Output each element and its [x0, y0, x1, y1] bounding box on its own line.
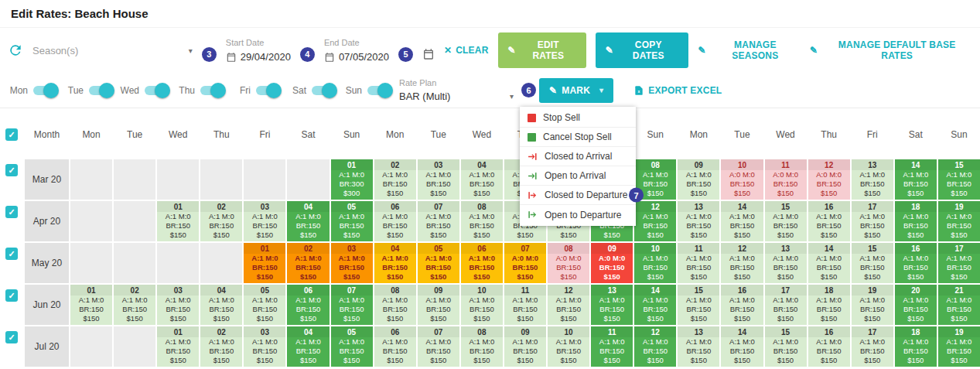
day-toggle-tue[interactable]: Tue — [63, 83, 114, 98]
rate-cell-jul-20-11[interactable]: 11A:1 M:0BR:150$150 — [591, 326, 633, 367]
day-toggle-wed[interactable]: Wed — [119, 83, 170, 98]
rate-cell-jul-20-06[interactable]: 06A:1 M:0BR:150$150 — [374, 326, 416, 367]
rate-cell-jun-20-04[interactable]: 04A:1 M:0BR:150$150 — [200, 285, 242, 325]
rate-cell-apr-20-07[interactable]: 07A:1 M:0BR:150$150 — [418, 201, 459, 241]
row-checkbox[interactable]: ✓ — [5, 289, 18, 302]
menu-item-open-to-departure[interactable]: Open to Departure — [520, 205, 636, 224]
rate-cell-apr-20-04[interactable]: 04A:1 M:0BR:150$150 — [287, 201, 329, 241]
select-all-checkbox[interactable]: ✓ — [5, 128, 18, 141]
rate-cell-jun-20-09[interactable]: 09A:1 M:0BR:150$150 — [418, 285, 459, 325]
seasons-select[interactable]: Season(s) ▾ — [32, 45, 193, 56]
rate-cell-may-20-07[interactable]: 07A:0 M:0BR:150$150 — [504, 243, 546, 283]
rate-cell-jun-20-05[interactable]: 05A:1 M:0BR:150$150 — [244, 285, 285, 325]
toggle-switch-icon[interactable] — [87, 83, 114, 98]
rate-cell-jul-20-15[interactable]: 15A:1 M:0BR:150$150 — [765, 326, 807, 367]
clear-button[interactable]: ✕ CLEAR — [444, 45, 489, 56]
rate-cell-jul-20-16[interactable]: 16A:1 M:0BR:150$150 — [808, 326, 850, 367]
rate-cell-may-20-02[interactable]: 02A:1 M:0BR:150$150 — [287, 243, 329, 283]
rate-cell-apr-20-19[interactable]: 19A:1 M:0BR:150$150 — [938, 201, 980, 241]
rate-cell-may-20-16[interactable]: 16A:1 M:0BR:150$150 — [895, 243, 937, 283]
rate-cell-apr-20-14[interactable]: 14A:1 M:0BR:150$150 — [721, 201, 763, 241]
rate-cell-mar-20-01[interactable]: 01A:1 M:0BR:300$300 — [331, 159, 373, 200]
rate-cell-jun-20-13[interactable]: 13A:1 M:0BR:150$150 — [591, 285, 633, 325]
rate-cell-jun-20-15[interactable]: 15A:1 M:0BR:150$150 — [678, 285, 719, 325]
rate-cell-jun-20-18[interactable]: 18A:1 M:0BR:150$150 — [808, 285, 850, 325]
rate-cell-may-20-11[interactable]: 11A:1 M:0BR:150$150 — [678, 243, 719, 283]
start-date-field[interactable]: Start Date 29/04/2020 — [226, 38, 291, 63]
rate-cell-apr-20-15[interactable]: 15A:1 M:0BR:150$150 — [765, 201, 807, 241]
menu-item-stop-sell[interactable]: Stop Sell — [520, 108, 636, 128]
rate-cell-jul-20-18[interactable]: 18A:1 M:0BR:150$150 — [895, 326, 937, 367]
rate-cell-may-20-15[interactable]: 15A:1 M:0BR:150$150 — [852, 243, 893, 283]
manage-seasons-button[interactable]: ✎ MANAGE SEASONS — [698, 39, 801, 61]
rate-cell-jun-20-01[interactable]: 01A:1 M:0BR:150$150 — [70, 285, 112, 325]
rate-cell-may-20-09[interactable]: 09A:0 M:0BR:150$150 — [591, 243, 633, 283]
date-picker-icon[interactable] — [422, 48, 435, 60]
toggle-switch-icon[interactable] — [198, 83, 226, 98]
rate-cell-jul-20-12[interactable]: 12A:1 M:0BR:150$150 — [634, 326, 676, 367]
rate-cell-jun-20-11[interactable]: 11A:1 M:0BR:150$150 — [504, 285, 546, 325]
day-toggle-sat[interactable]: Sat — [286, 83, 337, 98]
rate-cell-mar-20-02[interactable]: 02A:1 M:0BR:150$150 — [374, 159, 416, 200]
mark-button[interactable]: ✎ MARK ▾ — [539, 78, 613, 103]
rate-cell-apr-20-16[interactable]: 16A:1 M:0BR:150$150 — [808, 201, 850, 241]
toggle-switch-icon[interactable] — [254, 83, 282, 98]
rate-cell-jul-20-05[interactable]: 05A:1 M:0BR:150$150 — [331, 326, 373, 367]
rate-cell-jul-20-04[interactable]: 04A:1 M:0BR:150$150 — [287, 326, 329, 367]
rate-cell-jul-20-10[interactable]: 10A:1 M:0BR:150$150 — [548, 326, 589, 367]
menu-item-closed-to-departure[interactable]: Closed to Departure7 — [520, 186, 636, 205]
rate-cell-apr-20-13[interactable]: 13A:1 M:0BR:150$150 — [678, 201, 719, 241]
edit-rates-button[interactable]: ✎ EDIT RATES — [498, 32, 586, 68]
row-checkbox[interactable]: ✓ — [5, 164, 18, 176]
rate-cell-mar-20-03[interactable]: 03A:1 M:0BR:150$150 — [418, 159, 459, 200]
rate-cell-mar-20-15[interactable]: 15A:1 M:0BR:150$150 — [938, 159, 980, 200]
rate-cell-jul-20-01[interactable]: 01A:1 M:0BR:150$150 — [157, 326, 199, 367]
end-date-field[interactable]: End Date 07/05/2020 — [324, 38, 389, 63]
rate-cell-jul-20-08[interactable]: 08A:1 M:0BR:150$150 — [461, 326, 503, 367]
rate-cell-apr-20-05[interactable]: 05A:1 M:0BR:150$150 — [331, 201, 373, 241]
rate-cell-jun-20-21[interactable]: 21A:1 M:0BR:150$150 — [938, 285, 980, 325]
rate-cell-jul-20-02[interactable]: 02A:1 M:0BR:150$150 — [200, 326, 242, 367]
rate-cell-jul-20-17[interactable]: 17A:1 M:0BR:150$150 — [852, 326, 893, 367]
rate-cell-mar-20-10[interactable]: 10A:0 M:0BR:150$150 — [721, 159, 763, 200]
toggle-switch-icon[interactable] — [365, 83, 393, 98]
rate-cell-may-20-05[interactable]: 05A:1 M:0BR:150$150 — [418, 243, 459, 283]
rate-cell-apr-20-01[interactable]: 01A:1 M:0BR:150$150 — [157, 201, 199, 241]
rate-cell-jun-20-12[interactable]: 12A:1 M:0BR:150$150 — [548, 285, 589, 325]
rate-cell-jun-20-20[interactable]: 20A:1 M:0BR:150$150 — [895, 285, 937, 325]
toggle-switch-icon[interactable] — [142, 83, 170, 98]
rate-cell-jun-20-10[interactable]: 10A:1 M:0BR:150$150 — [461, 285, 503, 325]
day-toggle-mon[interactable]: Mon — [8, 83, 59, 98]
rate-cell-jul-20-07[interactable]: 07A:1 M:0BR:150$150 — [418, 326, 459, 367]
toggle-switch-icon[interactable] — [309, 83, 337, 98]
refresh-icon[interactable] — [8, 43, 23, 58]
rate-cell-jun-20-03[interactable]: 03A:1 M:0BR:150$150 — [157, 285, 199, 325]
rate-cell-may-20-17[interactable]: 17A:1 M:0BR:150$150 — [938, 243, 980, 283]
rate-cell-jun-20-06[interactable]: 06A:1 M:0BR:150$150 — [287, 285, 329, 325]
day-toggle-thu[interactable]: Thu — [175, 83, 226, 98]
rate-cell-may-20-03[interactable]: 03A:1 M:0BR:150$150 — [331, 243, 373, 283]
rate-cell-mar-20-11[interactable]: 11A:0 M:0BR:150$150 — [765, 159, 807, 200]
rate-cell-jun-20-19[interactable]: 19A:1 M:0BR:150$150 — [852, 285, 893, 325]
rate-cell-apr-20-03[interactable]: 03A:1 M:0BR:150$150 — [244, 201, 285, 241]
manage-default-base-rates-button[interactable]: ✎ MANAGE DEFAULT BASE RATES — [810, 39, 972, 61]
copy-dates-button[interactable]: ✎ COPY DATES — [596, 32, 689, 68]
export-excel-button[interactable]: x EXPORT EXCEL — [633, 85, 722, 96]
rate-cell-apr-20-02[interactable]: 02A:1 M:0BR:150$150 — [200, 201, 242, 241]
rate-cell-may-20-01[interactable]: 01A:1 M:0BR:150$150 — [244, 243, 285, 283]
rate-cell-jul-20-14[interactable]: 14A:1 M:0BR:150$150 — [721, 326, 763, 367]
rate-cell-mar-20-13[interactable]: 13A:1 M:0BR:150$150 — [852, 159, 893, 200]
rate-cell-may-20-12[interactable]: 12A:1 M:0BR:150$150 — [721, 243, 763, 283]
rate-cell-jul-20-13[interactable]: 13A:1 M:0BR:150$150 — [678, 326, 719, 367]
rate-cell-jul-20-19[interactable]: 19A:1 M:0BR:150$150 — [938, 326, 980, 367]
rate-cell-jun-20-02[interactable]: 02A:1 M:0BR:150$150 — [114, 285, 155, 325]
rate-cell-apr-20-12[interactable]: 12A:1 M:0BR:150$150 — [634, 201, 676, 241]
rate-cell-apr-20-08[interactable]: 08A:1 M:0BR:150$150 — [461, 201, 503, 241]
menu-item-cancel-stop-sell[interactable]: Cancel Stop Sell — [520, 128, 636, 147]
rate-cell-jun-20-16[interactable]: 16A:1 M:0BR:150$150 — [721, 285, 763, 325]
rate-plan-select[interactable]: Rate Plan BAR (Multi) ▾ — [399, 78, 514, 102]
rate-cell-mar-20-12[interactable]: 12A:0 M:0BR:150$150 — [808, 159, 850, 200]
day-toggle-fri[interactable]: Fri — [230, 83, 282, 98]
rate-cell-apr-20-06[interactable]: 06A:1 M:0BR:150$150 — [374, 201, 416, 241]
rate-cell-may-20-04[interactable]: 04A:1 M:0BR:150$150 — [374, 243, 416, 283]
